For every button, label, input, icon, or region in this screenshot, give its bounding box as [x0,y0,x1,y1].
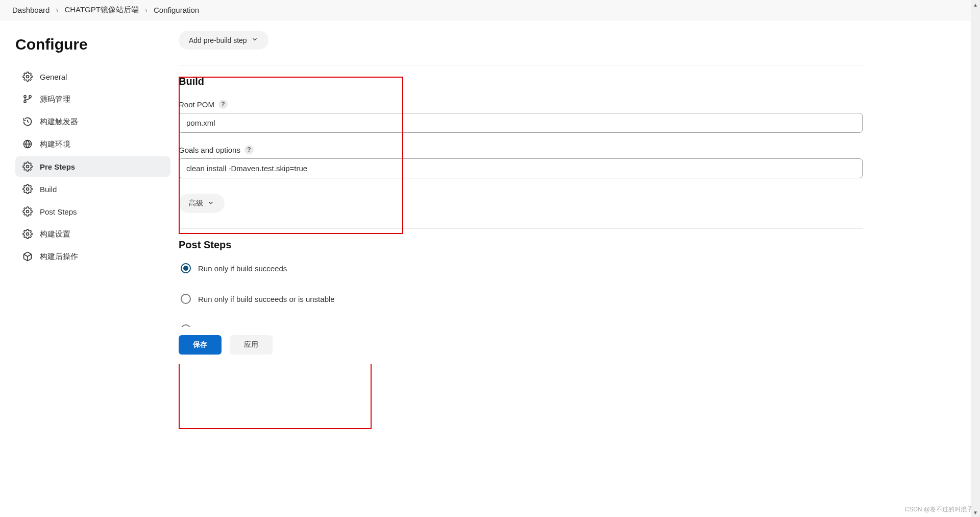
sidebar-nav: General 源码管理 构建触发器 构建环境 Pre Steps [15,66,170,267]
box-icon [22,251,33,262]
breadcrumb-item-configuration[interactable]: Configuration [154,6,199,14]
sidebar-item-post-build[interactable]: 构建后操作 [15,246,170,267]
sidebar-item-label: 源码管理 [40,95,70,104]
sidebar-item-label: 构建环境 [40,139,70,149]
section-title-build: Build [179,76,863,87]
footer-actions: 保存 应用 [179,327,863,364]
chevron-right-icon: › [56,6,58,14]
radio-run-if-succeeds[interactable]: Run only if build succeeds [181,263,863,273]
svg-point-6 [27,188,29,191]
sidebar-item-pre-steps[interactable]: Pre Steps [15,156,170,177]
radio-label: Run only if build succeeds or is unstabl… [198,295,335,303]
scroll-track[interactable] [971,9,980,508]
help-icon[interactable]: ? [218,100,228,109]
root-pom-label: Root POM ? [179,100,863,109]
clock-icon [22,116,33,127]
radio-label: Run only if build succeeds [198,264,287,273]
sidebar-item-environment[interactable]: 构建环境 [15,134,170,154]
advanced-button[interactable]: 高级 [179,194,225,213]
radio-icon [181,294,191,304]
svg-point-1 [24,96,26,98]
breadcrumb-item-dashboard[interactable]: Dashboard [12,6,50,14]
svg-point-0 [27,76,29,78]
sidebar-item-label: General [40,73,67,81]
sidebar-item-label: Post Steps [40,207,77,216]
sidebar-item-label: Pre Steps [40,162,75,171]
radio-icon [181,263,191,273]
sidebar-item-build-settings[interactable]: 构建设置 [15,224,170,244]
watermark: CSDN @卷不过的叫混子 [904,505,973,514]
sidebar-item-post-steps[interactable]: Post Steps [15,201,170,222]
chevron-down-icon [251,36,258,44]
sidebar-item-triggers[interactable]: 构建触发器 [15,111,170,132]
svg-point-5 [27,166,29,168]
sidebar-item-build[interactable]: Build [15,179,170,199]
apply-button[interactable]: 应用 [230,335,273,355]
sidebar-item-label: 构建触发器 [40,117,78,127]
sidebar-item-label: Build [40,185,57,194]
build-section: Build Root POM ? Goals and options ? [179,76,863,213]
save-button[interactable]: 保存 [179,335,222,355]
help-icon[interactable]: ? [244,145,254,154]
chevron-down-icon [207,199,214,208]
sidebar-item-label: 构建设置 [40,229,70,239]
scrollbar[interactable]: ▲ ▼ [971,0,980,517]
gear-icon [22,184,33,194]
branch-icon [22,94,33,104]
gear-icon [22,229,33,239]
chevron-right-icon: › [145,6,148,14]
goals-input[interactable] [179,158,863,178]
sidebar-item-label: 构建后操作 [40,252,78,262]
divider [179,65,863,65]
sidebar-item-general[interactable]: General [15,66,170,87]
breadcrumb: Dashboard › CHATGPT镜像站后端 › Configuration [0,0,980,20]
gear-icon [22,161,33,172]
radio-run-if-succeeds-or-unstable[interactable]: Run only if build succeeds or is unstabl… [181,294,863,304]
goals-label: Goals and options ? [179,145,863,154]
svg-point-7 [27,210,29,213]
section-title-post-steps: Post Steps [179,239,863,251]
add-pre-build-step-button[interactable]: Add pre-build step [179,31,268,50]
root-pom-input[interactable] [179,113,863,133]
sidebar: Configure General 源码管理 构建触发器 构建环境 [0,20,179,517]
scroll-up-icon[interactable]: ▲ [971,0,980,9]
button-label: Add pre-build step [189,36,247,44]
svg-point-8 [27,233,29,236]
globe-icon [22,139,33,149]
sidebar-item-scm[interactable]: 源码管理 [15,89,170,109]
gear-icon [22,72,33,82]
svg-point-2 [24,101,26,103]
button-label: 高级 [189,199,203,208]
page-title: Configure [15,36,170,53]
svg-point-3 [29,96,31,98]
breadcrumb-item-project[interactable]: CHATGPT镜像站后端 [64,5,139,15]
main-content: Add pre-build step Build Root POM ? [179,31,863,364]
divider [179,228,863,229]
gear-icon [22,206,33,217]
